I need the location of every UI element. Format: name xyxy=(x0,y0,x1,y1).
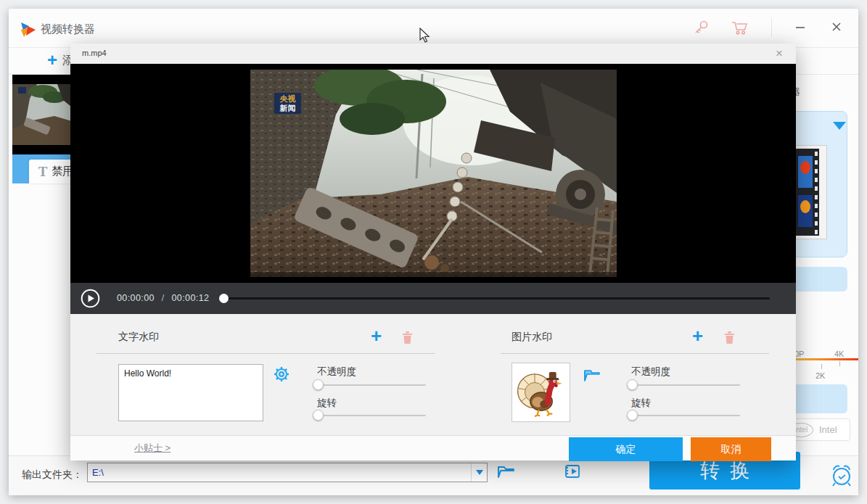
badge-line1: 央视 xyxy=(280,94,296,104)
bottom-bar: 输出文件夹： E:\ 转换 xyxy=(9,455,858,495)
combobox-dropdown-zone[interactable] xyxy=(471,463,487,482)
text-watermark-title: 文字水印 xyxy=(118,331,159,344)
watermark-image-preview[interactable] xyxy=(511,363,570,422)
watermark-text-input[interactable]: Hello World! xyxy=(118,364,263,421)
time-display: 00:00:00 / 00:00:12 xyxy=(117,293,209,303)
resolution-tick-2k xyxy=(821,364,822,369)
close-button[interactable] xyxy=(826,16,847,38)
shopping-cart-icon[interactable] xyxy=(730,18,749,37)
text-opacity-label: 不透明度 xyxy=(317,365,356,379)
mouse-cursor xyxy=(419,28,431,44)
text-rotate-knob[interactable] xyxy=(313,410,324,421)
dialog-footer: 小贴士 > 确定 取消 xyxy=(70,435,796,460)
image-rotate-knob[interactable] xyxy=(627,410,638,421)
image-watermark-title: 图片水印 xyxy=(511,331,552,344)
video-list-thumbnail[interactable] xyxy=(12,75,79,154)
plus-icon: + xyxy=(47,52,57,68)
time-separator: / xyxy=(162,293,165,303)
seek-knob[interactable] xyxy=(219,294,229,303)
player-bar: 00:00:00 / 00:00:12 xyxy=(70,283,796,314)
thumbnail-image xyxy=(12,84,79,145)
dialog-header: m.mp4 × xyxy=(70,44,796,64)
text-section-divider xyxy=(96,353,435,354)
image-opacity-label: 不透明度 xyxy=(631,365,670,379)
cancel-button[interactable]: 取消 xyxy=(691,437,771,461)
text-rotate-label: 旋转 xyxy=(317,397,337,410)
app-logo-icon xyxy=(19,20,38,39)
text-rotate-slider[interactable] xyxy=(317,415,426,416)
app-title: 视频转换器 xyxy=(41,22,95,36)
cctv-news-watermark-badge: 央视 新闻 xyxy=(274,93,301,114)
add-files-button[interactable]: + 添 xyxy=(47,51,73,69)
text-opacity-knob[interactable] xyxy=(313,379,324,390)
image-opacity-slider[interactable] xyxy=(631,384,740,386)
text-t-icon: T xyxy=(38,164,48,180)
video-preview xyxy=(250,70,617,277)
delete-image-watermark-icon[interactable] xyxy=(723,330,736,344)
intel-label: Intel xyxy=(819,424,837,435)
turkey-image xyxy=(515,366,567,418)
resolution-label-2k: 2K xyxy=(815,371,825,380)
image-rotate-label: 旋转 xyxy=(631,397,651,410)
chevron-down-icon[interactable] xyxy=(833,122,846,130)
tips-link[interactable]: 小贴士 > xyxy=(134,442,170,455)
output-folder-combobox[interactable]: E:\ xyxy=(87,463,488,482)
add-image-watermark-button[interactable]: + xyxy=(692,328,703,344)
minimize-button[interactable] xyxy=(789,16,811,38)
add-text-watermark-button[interactable]: + xyxy=(371,328,382,344)
delete-text-watermark-icon[interactable] xyxy=(400,330,414,344)
output-folder-label: 输出文件夹： xyxy=(22,468,83,482)
dialog-title: m.mp4 xyxy=(82,49,107,57)
browse-image-folder-icon[interactable] xyxy=(583,367,602,384)
resolution-tick-4k xyxy=(839,361,840,366)
text-opacity-slider[interactable] xyxy=(317,384,426,386)
ok-button[interactable]: 确定 xyxy=(569,437,683,461)
browse-folder-icon[interactable] xyxy=(496,462,517,481)
dialog-close-icon[interactable]: × xyxy=(771,46,787,62)
time-duration: 00:00:12 xyxy=(171,293,209,303)
resolution-label-left: 0P xyxy=(794,350,804,358)
text-settings-gear-icon[interactable] xyxy=(273,365,290,383)
play-button[interactable] xyxy=(81,289,100,308)
resolution-label-4k: 4K xyxy=(834,350,844,358)
image-opacity-knob[interactable] xyxy=(627,379,638,390)
resolution-slider[interactable] xyxy=(787,358,858,360)
watermark-dialog: m.mp4 × xyxy=(70,44,796,460)
chevron-down-icon xyxy=(476,470,483,475)
image-section-divider xyxy=(501,353,769,354)
seek-bar[interactable] xyxy=(223,297,770,299)
image-rotate-slider[interactable] xyxy=(631,415,740,416)
time-current: 00:00:00 xyxy=(117,293,155,303)
badge-line2: 新闻 xyxy=(280,104,296,113)
video-preview-area: 央视 新闻 xyxy=(70,64,796,283)
register-key-icon[interactable] xyxy=(692,18,711,37)
schedule-alarm-icon[interactable] xyxy=(827,461,856,489)
titlebar-separator xyxy=(771,18,772,37)
open-output-video-icon[interactable] xyxy=(563,462,582,481)
output-folder-value: E:\ xyxy=(88,467,471,478)
